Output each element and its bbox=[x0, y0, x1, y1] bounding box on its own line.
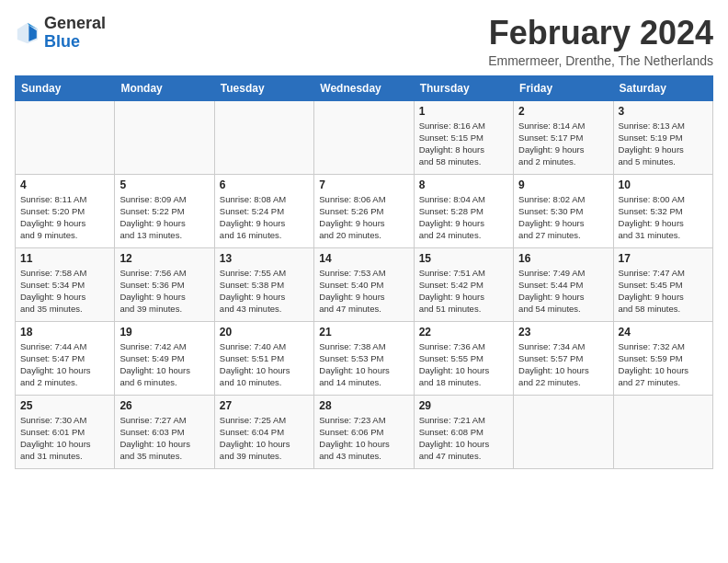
location: Emmermeer, Drenthe, The Netherlands bbox=[488, 53, 713, 68]
calendar-cell: 11Sunrise: 7:58 AM Sunset: 5:34 PM Dayli… bbox=[16, 247, 115, 321]
day-info: Sunrise: 7:55 AM Sunset: 5:38 PM Dayligh… bbox=[220, 267, 309, 316]
week-row-1: 1Sunrise: 8:16 AM Sunset: 5:15 PM Daylig… bbox=[16, 100, 713, 174]
day-number: 26 bbox=[119, 399, 209, 412]
logo-text: General Blue bbox=[44, 15, 106, 52]
calendar-cell: 1Sunrise: 8:16 AM Sunset: 5:15 PM Daylig… bbox=[414, 100, 513, 174]
calendar-cell: 20Sunrise: 7:40 AM Sunset: 5:51 PM Dayli… bbox=[214, 321, 313, 395]
day-number: 12 bbox=[119, 252, 209, 265]
calendar-cell: 3Sunrise: 8:13 AM Sunset: 5:19 PM Daylig… bbox=[613, 100, 712, 174]
calendar-cell bbox=[314, 100, 414, 174]
weekday-header-saturday: Saturday bbox=[613, 75, 712, 100]
weekday-header-wednesday: Wednesday bbox=[314, 75, 414, 100]
day-number: 27 bbox=[220, 399, 309, 412]
week-row-2: 4Sunrise: 8:11 AM Sunset: 5:20 PM Daylig… bbox=[16, 174, 713, 247]
day-info: Sunrise: 7:49 AM Sunset: 5:44 PM Dayligh… bbox=[518, 267, 608, 316]
day-info: Sunrise: 7:58 AM Sunset: 5:34 PM Dayligh… bbox=[20, 267, 109, 316]
calendar-cell bbox=[214, 100, 313, 174]
calendar-cell: 23Sunrise: 7:34 AM Sunset: 5:57 PM Dayli… bbox=[514, 321, 613, 395]
day-number: 11 bbox=[20, 252, 109, 265]
day-info: Sunrise: 7:56 AM Sunset: 5:36 PM Dayligh… bbox=[119, 267, 209, 316]
day-number: 24 bbox=[619, 326, 708, 339]
day-number: 17 bbox=[619, 252, 708, 265]
calendar-cell: 19Sunrise: 7:42 AM Sunset: 5:49 PM Dayli… bbox=[115, 321, 214, 395]
day-info: Sunrise: 8:11 AM Sunset: 5:20 PM Dayligh… bbox=[20, 193, 109, 242]
day-info: Sunrise: 7:44 AM Sunset: 5:47 PM Dayligh… bbox=[20, 340, 109, 389]
calendar-cell bbox=[613, 395, 712, 468]
day-info: Sunrise: 7:36 AM Sunset: 5:55 PM Dayligh… bbox=[419, 340, 508, 389]
day-info: Sunrise: 8:14 AM Sunset: 5:17 PM Dayligh… bbox=[518, 120, 608, 168]
day-info: Sunrise: 7:42 AM Sunset: 5:49 PM Dayligh… bbox=[119, 340, 209, 389]
day-info: Sunrise: 8:00 AM Sunset: 5:32 PM Dayligh… bbox=[619, 193, 708, 242]
weekday-header-tuesday: Tuesday bbox=[214, 75, 313, 100]
logo: General Blue bbox=[15, 15, 106, 52]
weekday-header-row: SundayMondayTuesdayWednesdayThursdayFrid… bbox=[16, 75, 713, 100]
day-info: Sunrise: 8:06 AM Sunset: 5:26 PM Dayligh… bbox=[319, 193, 408, 242]
day-number: 10 bbox=[619, 178, 708, 191]
day-number: 19 bbox=[119, 326, 209, 339]
day-info: Sunrise: 8:09 AM Sunset: 5:22 PM Dayligh… bbox=[119, 193, 209, 242]
day-number: 20 bbox=[220, 326, 309, 339]
calendar-cell bbox=[16, 100, 115, 174]
day-number: 1 bbox=[419, 105, 508, 118]
calendar-cell: 12Sunrise: 7:56 AM Sunset: 5:36 PM Dayli… bbox=[115, 247, 214, 321]
calendar-cell: 22Sunrise: 7:36 AM Sunset: 5:55 PM Dayli… bbox=[414, 321, 513, 395]
day-info: Sunrise: 7:40 AM Sunset: 5:51 PM Dayligh… bbox=[220, 340, 309, 389]
day-number: 6 bbox=[220, 178, 309, 191]
calendar-cell: 26Sunrise: 7:27 AM Sunset: 6:03 PM Dayli… bbox=[115, 395, 214, 468]
calendar-cell: 24Sunrise: 7:32 AM Sunset: 5:59 PM Dayli… bbox=[613, 321, 712, 395]
calendar-cell: 28Sunrise: 7:23 AM Sunset: 6:06 PM Dayli… bbox=[314, 395, 414, 468]
day-number: 3 bbox=[619, 105, 708, 118]
day-number: 29 bbox=[419, 399, 508, 412]
title-block: February 2024 Emmermeer, Drenthe, The Ne… bbox=[488, 15, 713, 68]
day-number: 23 bbox=[518, 326, 608, 339]
calendar-cell: 13Sunrise: 7:55 AM Sunset: 5:38 PM Dayli… bbox=[214, 247, 313, 321]
day-info: Sunrise: 7:21 AM Sunset: 6:08 PM Dayligh… bbox=[419, 414, 508, 463]
day-info: Sunrise: 8:16 AM Sunset: 5:15 PM Dayligh… bbox=[419, 120, 508, 168]
day-info: Sunrise: 8:08 AM Sunset: 5:24 PM Dayligh… bbox=[220, 193, 309, 242]
day-info: Sunrise: 7:23 AM Sunset: 6:06 PM Dayligh… bbox=[319, 414, 408, 463]
day-number: 16 bbox=[518, 252, 608, 265]
calendar-cell: 9Sunrise: 8:02 AM Sunset: 5:30 PM Daylig… bbox=[514, 174, 613, 247]
calendar-cell: 29Sunrise: 7:21 AM Sunset: 6:08 PM Dayli… bbox=[414, 395, 513, 468]
day-number: 14 bbox=[319, 252, 408, 265]
day-number: 13 bbox=[220, 252, 309, 265]
calendar-cell: 5Sunrise: 8:09 AM Sunset: 5:22 PM Daylig… bbox=[115, 174, 214, 247]
logo-icon bbox=[15, 20, 40, 46]
day-info: Sunrise: 7:30 AM Sunset: 6:01 PM Dayligh… bbox=[20, 414, 109, 463]
day-number: 18 bbox=[20, 326, 109, 339]
calendar-cell: 10Sunrise: 8:00 AM Sunset: 5:32 PM Dayli… bbox=[613, 174, 712, 247]
day-number: 2 bbox=[518, 105, 608, 118]
calendar-cell: 25Sunrise: 7:30 AM Sunset: 6:01 PM Dayli… bbox=[16, 395, 115, 468]
calendar-cell: 2Sunrise: 8:14 AM Sunset: 5:17 PM Daylig… bbox=[514, 100, 613, 174]
calendar-cell: 21Sunrise: 7:38 AM Sunset: 5:53 PM Dayli… bbox=[314, 321, 414, 395]
day-info: Sunrise: 7:27 AM Sunset: 6:03 PM Dayligh… bbox=[119, 414, 209, 463]
calendar-table: SundayMondayTuesdayWednesdayThursdayFrid… bbox=[15, 75, 713, 469]
month-year: February 2024 bbox=[488, 15, 713, 52]
day-number: 22 bbox=[419, 326, 508, 339]
day-number: 9 bbox=[518, 178, 608, 191]
week-row-4: 18Sunrise: 7:44 AM Sunset: 5:47 PM Dayli… bbox=[16, 321, 713, 395]
day-info: Sunrise: 8:02 AM Sunset: 5:30 PM Dayligh… bbox=[518, 193, 608, 242]
day-info: Sunrise: 7:38 AM Sunset: 5:53 PM Dayligh… bbox=[319, 340, 408, 389]
calendar-cell: 8Sunrise: 8:04 AM Sunset: 5:28 PM Daylig… bbox=[414, 174, 513, 247]
calendar-cell bbox=[514, 395, 613, 468]
day-number: 4 bbox=[20, 178, 109, 191]
weekday-header-monday: Monday bbox=[115, 75, 214, 100]
day-number: 8 bbox=[419, 178, 508, 191]
day-number: 7 bbox=[319, 178, 408, 191]
calendar-cell: 18Sunrise: 7:44 AM Sunset: 5:47 PM Dayli… bbox=[16, 321, 115, 395]
day-info: Sunrise: 7:51 AM Sunset: 5:42 PM Dayligh… bbox=[419, 267, 508, 316]
calendar-cell: 4Sunrise: 8:11 AM Sunset: 5:20 PM Daylig… bbox=[16, 174, 115, 247]
day-info: Sunrise: 7:34 AM Sunset: 5:57 PM Dayligh… bbox=[518, 340, 608, 389]
day-info: Sunrise: 8:13 AM Sunset: 5:19 PM Dayligh… bbox=[619, 120, 708, 168]
weekday-header-thursday: Thursday bbox=[414, 75, 513, 100]
header: General Blue February 2024 Emmermeer, Dr… bbox=[15, 15, 713, 68]
weekday-header-friday: Friday bbox=[514, 75, 613, 100]
calendar-cell: 15Sunrise: 7:51 AM Sunset: 5:42 PM Dayli… bbox=[414, 247, 513, 321]
calendar-cell: 17Sunrise: 7:47 AM Sunset: 5:45 PM Dayli… bbox=[613, 247, 712, 321]
week-row-5: 25Sunrise: 7:30 AM Sunset: 6:01 PM Dayli… bbox=[16, 395, 713, 468]
day-info: Sunrise: 7:25 AM Sunset: 6:04 PM Dayligh… bbox=[220, 414, 309, 463]
day-number: 25 bbox=[20, 399, 109, 412]
calendar-cell: 27Sunrise: 7:25 AM Sunset: 6:04 PM Dayli… bbox=[214, 395, 313, 468]
day-info: Sunrise: 8:04 AM Sunset: 5:28 PM Dayligh… bbox=[419, 193, 508, 242]
